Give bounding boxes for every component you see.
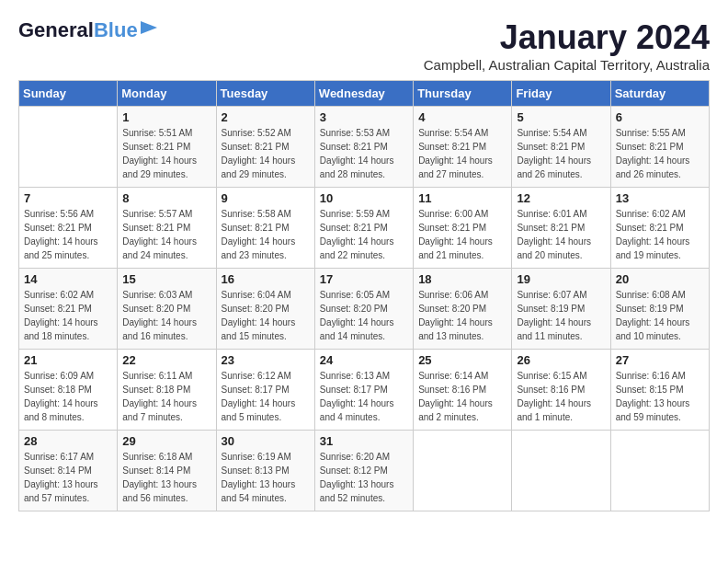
calendar-cell: 25Sunrise: 6:14 AM Sunset: 8:16 PM Dayli… bbox=[414, 350, 512, 431]
calendar-cell: 17Sunrise: 6:05 AM Sunset: 8:20 PM Dayli… bbox=[314, 269, 413, 350]
day-number: 26 bbox=[517, 353, 605, 367]
day-number: 20 bbox=[616, 272, 704, 286]
calendar-cell: 4Sunrise: 5:54 AM Sunset: 8:21 PM Daylig… bbox=[414, 107, 512, 188]
calendar-cell: 28Sunrise: 6:17 AM Sunset: 8:14 PM Dayli… bbox=[19, 431, 118, 511]
col-header-thursday: Thursday bbox=[414, 81, 512, 107]
day-info: Sunrise: 6:02 AM Sunset: 8:21 PM Dayligh… bbox=[616, 207, 704, 262]
calendar-cell: 13Sunrise: 6:02 AM Sunset: 8:21 PM Dayli… bbox=[610, 188, 709, 269]
day-info: Sunrise: 6:17 AM Sunset: 8:14 PM Dayligh… bbox=[24, 450, 112, 505]
day-info: Sunrise: 6:08 AM Sunset: 8:19 PM Dayligh… bbox=[616, 288, 704, 343]
day-number: 23 bbox=[222, 353, 310, 367]
title-area: January 2024 Campbell, Australian Capita… bbox=[424, 18, 710, 73]
calendar-cell: 6Sunrise: 5:55 AM Sunset: 8:21 PM Daylig… bbox=[610, 107, 709, 188]
calendar-cell: 12Sunrise: 6:01 AM Sunset: 8:21 PM Dayli… bbox=[512, 188, 610, 269]
calendar-cell: 27Sunrise: 6:16 AM Sunset: 8:15 PM Dayli… bbox=[610, 350, 709, 431]
calendar-table: SundayMondayTuesdayWednesdayThursdayFrid… bbox=[18, 80, 710, 511]
day-info: Sunrise: 6:03 AM Sunset: 8:20 PM Dayligh… bbox=[122, 288, 210, 343]
day-info: Sunrise: 6:18 AM Sunset: 8:14 PM Dayligh… bbox=[122, 450, 210, 505]
calendar-cell: 7Sunrise: 5:56 AM Sunset: 8:21 PM Daylig… bbox=[19, 188, 118, 269]
svg-marker-0 bbox=[141, 21, 157, 34]
col-header-saturday: Saturday bbox=[610, 81, 709, 107]
day-info: Sunrise: 5:56 AM Sunset: 8:21 PM Dayligh… bbox=[24, 207, 112, 262]
calendar-cell: 10Sunrise: 5:59 AM Sunset: 8:21 PM Dayli… bbox=[314, 188, 413, 269]
calendar-cell: 19Sunrise: 6:07 AM Sunset: 8:19 PM Dayli… bbox=[512, 269, 610, 350]
header: General Blue January 2024 Campbell, Aust… bbox=[18, 18, 710, 73]
calendar-cell: 14Sunrise: 6:02 AM Sunset: 8:21 PM Dayli… bbox=[19, 269, 118, 350]
day-info: Sunrise: 5:54 AM Sunset: 8:21 PM Dayligh… bbox=[517, 126, 605, 181]
logo-blue: Blue bbox=[94, 18, 138, 42]
day-number: 31 bbox=[320, 434, 408, 448]
calendar-cell: 21Sunrise: 6:09 AM Sunset: 8:18 PM Dayli… bbox=[19, 350, 118, 431]
day-number: 14 bbox=[24, 272, 112, 286]
day-info: Sunrise: 5:54 AM Sunset: 8:21 PM Dayligh… bbox=[418, 126, 506, 181]
day-number: 28 bbox=[24, 434, 112, 448]
logo: General Blue bbox=[18, 18, 157, 42]
day-number: 12 bbox=[517, 191, 605, 205]
calendar-cell: 23Sunrise: 6:12 AM Sunset: 8:17 PM Dayli… bbox=[216, 350, 314, 431]
day-number: 15 bbox=[122, 272, 210, 286]
day-number: 3 bbox=[320, 110, 408, 124]
day-number: 5 bbox=[517, 110, 605, 124]
location-title: Campbell, Australian Capital Territory, … bbox=[424, 57, 710, 73]
col-header-tuesday: Tuesday bbox=[216, 81, 314, 107]
day-info: Sunrise: 6:11 AM Sunset: 8:18 PM Dayligh… bbox=[122, 369, 210, 424]
day-info: Sunrise: 6:16 AM Sunset: 8:15 PM Dayligh… bbox=[616, 369, 704, 424]
calendar-cell bbox=[610, 431, 709, 511]
day-number: 6 bbox=[616, 110, 704, 124]
day-number: 27 bbox=[616, 353, 704, 367]
day-info: Sunrise: 6:14 AM Sunset: 8:16 PM Dayligh… bbox=[418, 369, 506, 424]
day-info: Sunrise: 5:57 AM Sunset: 8:21 PM Dayligh… bbox=[122, 207, 210, 262]
day-info: Sunrise: 6:07 AM Sunset: 8:19 PM Dayligh… bbox=[517, 288, 605, 343]
day-number: 21 bbox=[24, 353, 112, 367]
calendar-cell bbox=[512, 431, 610, 511]
day-info: Sunrise: 6:04 AM Sunset: 8:20 PM Dayligh… bbox=[222, 288, 310, 343]
day-info: Sunrise: 5:53 AM Sunset: 8:21 PM Dayligh… bbox=[320, 126, 408, 181]
day-info: Sunrise: 6:15 AM Sunset: 8:16 PM Dayligh… bbox=[517, 369, 605, 424]
day-info: Sunrise: 6:01 AM Sunset: 8:21 PM Dayligh… bbox=[517, 207, 605, 262]
day-number: 22 bbox=[122, 353, 210, 367]
day-info: Sunrise: 5:58 AM Sunset: 8:21 PM Dayligh… bbox=[222, 207, 310, 262]
calendar-cell: 18Sunrise: 6:06 AM Sunset: 8:20 PM Dayli… bbox=[414, 269, 512, 350]
day-number: 1 bbox=[122, 110, 210, 124]
day-info: Sunrise: 5:55 AM Sunset: 8:21 PM Dayligh… bbox=[616, 126, 704, 181]
day-info: Sunrise: 5:59 AM Sunset: 8:21 PM Dayligh… bbox=[320, 207, 408, 262]
day-number: 8 bbox=[122, 191, 210, 205]
calendar-cell bbox=[414, 431, 512, 511]
day-info: Sunrise: 5:52 AM Sunset: 8:21 PM Dayligh… bbox=[222, 126, 310, 181]
calendar-cell: 2Sunrise: 5:52 AM Sunset: 8:21 PM Daylig… bbox=[216, 107, 314, 188]
day-number: 17 bbox=[320, 272, 408, 286]
day-info: Sunrise: 6:06 AM Sunset: 8:20 PM Dayligh… bbox=[418, 288, 506, 343]
calendar-cell: 11Sunrise: 6:00 AM Sunset: 8:21 PM Dayli… bbox=[414, 188, 512, 269]
calendar-cell: 9Sunrise: 5:58 AM Sunset: 8:21 PM Daylig… bbox=[216, 188, 314, 269]
day-info: Sunrise: 6:13 AM Sunset: 8:17 PM Dayligh… bbox=[320, 369, 408, 424]
day-info: Sunrise: 6:19 AM Sunset: 8:13 PM Dayligh… bbox=[222, 450, 310, 505]
col-header-friday: Friday bbox=[512, 81, 610, 107]
logo-general: General bbox=[18, 18, 94, 42]
day-info: Sunrise: 6:20 AM Sunset: 8:12 PM Dayligh… bbox=[320, 450, 408, 505]
col-header-wednesday: Wednesday bbox=[314, 81, 413, 107]
calendar-cell: 26Sunrise: 6:15 AM Sunset: 8:16 PM Dayli… bbox=[512, 350, 610, 431]
calendar-cell: 1Sunrise: 5:51 AM Sunset: 8:21 PM Daylig… bbox=[118, 107, 216, 188]
calendar-cell: 31Sunrise: 6:20 AM Sunset: 8:12 PM Dayli… bbox=[314, 431, 413, 511]
day-number: 7 bbox=[24, 191, 112, 205]
day-number: 16 bbox=[222, 272, 310, 286]
day-info: Sunrise: 6:12 AM Sunset: 8:17 PM Dayligh… bbox=[222, 369, 310, 424]
day-number: 30 bbox=[222, 434, 310, 448]
day-number: 19 bbox=[517, 272, 605, 286]
day-number: 10 bbox=[320, 191, 408, 205]
day-number: 18 bbox=[418, 272, 506, 286]
col-header-monday: Monday bbox=[118, 81, 216, 107]
calendar-cell: 24Sunrise: 6:13 AM Sunset: 8:17 PM Dayli… bbox=[314, 350, 413, 431]
calendar-cell: 3Sunrise: 5:53 AM Sunset: 8:21 PM Daylig… bbox=[314, 107, 413, 188]
calendar-cell: 16Sunrise: 6:04 AM Sunset: 8:20 PM Dayli… bbox=[216, 269, 314, 350]
month-title: January 2024 bbox=[424, 18, 710, 57]
calendar-cell: 22Sunrise: 6:11 AM Sunset: 8:18 PM Dayli… bbox=[118, 350, 216, 431]
day-number: 2 bbox=[222, 110, 310, 124]
day-info: Sunrise: 6:00 AM Sunset: 8:21 PM Dayligh… bbox=[418, 207, 506, 262]
calendar-cell: 29Sunrise: 6:18 AM Sunset: 8:14 PM Dayli… bbox=[118, 431, 216, 511]
day-number: 25 bbox=[418, 353, 506, 367]
calendar-cell: 5Sunrise: 5:54 AM Sunset: 8:21 PM Daylig… bbox=[512, 107, 610, 188]
day-info: Sunrise: 6:02 AM Sunset: 8:21 PM Dayligh… bbox=[24, 288, 112, 343]
day-info: Sunrise: 6:09 AM Sunset: 8:18 PM Dayligh… bbox=[24, 369, 112, 424]
day-number: 13 bbox=[616, 191, 704, 205]
